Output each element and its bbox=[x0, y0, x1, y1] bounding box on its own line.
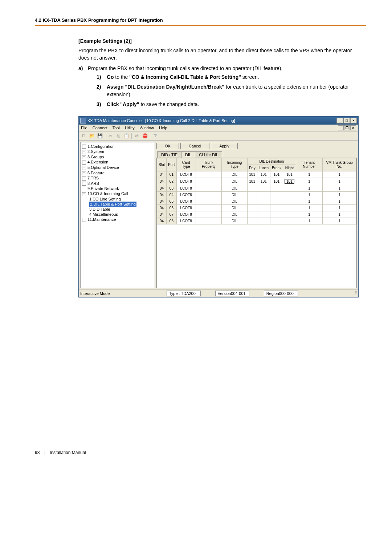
cell-trunk[interactable] bbox=[196, 198, 221, 204]
col-incoming-type[interactable]: Incoming Type bbox=[222, 158, 248, 171]
cell-slot[interactable]: 04 bbox=[157, 171, 167, 178]
child-restore-button[interactable]: ❐ bbox=[344, 125, 350, 130]
tree-item-configuration[interactable]: 1.Configuration bbox=[87, 144, 115, 149]
cell-tenant[interactable]: 1 bbox=[296, 218, 322, 224]
cell-break[interactable] bbox=[270, 218, 283, 224]
cell-card[interactable]: LCOT8 bbox=[176, 218, 196, 224]
cell-night-editing[interactable]: 101 bbox=[285, 179, 294, 184]
cell-vm[interactable]: 1 bbox=[323, 211, 356, 218]
toolbar-paste-icon[interactable]: 📋 bbox=[123, 133, 130, 139]
cell-day[interactable] bbox=[247, 218, 257, 224]
cancel-button[interactable]: Cancel bbox=[180, 143, 209, 149]
cell-tenant[interactable]: 1 bbox=[296, 171, 322, 178]
cell-night[interactable] bbox=[283, 211, 296, 218]
cell-day[interactable]: 101 bbox=[247, 178, 257, 185]
cell-incoming[interactable]: DIL bbox=[222, 218, 248, 224]
cell-vm[interactable]: 1 bbox=[323, 185, 356, 191]
window-close-button[interactable]: × bbox=[350, 118, 357, 123]
tree-item-did-table[interactable]: 3.DID Table bbox=[89, 207, 110, 211]
cell-lunch[interactable] bbox=[257, 185, 270, 191]
cell-trunk[interactable] bbox=[196, 204, 221, 211]
col-day[interactable]: Day bbox=[247, 165, 257, 171]
cell-vm[interactable]: 1 bbox=[323, 204, 356, 211]
tree-item-private-network[interactable]: 9.Private Network bbox=[87, 186, 119, 191]
cell-vm[interactable]: 1 bbox=[323, 178, 356, 185]
toolbar-help-icon[interactable]: ? bbox=[152, 133, 159, 139]
tab-did-tie[interactable]: DID / TIE bbox=[157, 151, 181, 158]
tree-item-system[interactable]: 2.System bbox=[87, 149, 104, 154]
window-maximize-button[interactable]: □ bbox=[343, 118, 350, 123]
cell-incoming[interactable]: DIL bbox=[222, 185, 248, 191]
toolbar-open-icon[interactable]: 📂 bbox=[88, 133, 95, 139]
cell-slot[interactable]: 04 bbox=[157, 218, 167, 224]
col-slot[interactable]: Slot bbox=[157, 158, 167, 171]
tree-expand-icon[interactable]: + bbox=[82, 155, 86, 159]
toolbar-save-icon[interactable]: 💾 bbox=[96, 133, 103, 139]
cell-break[interactable] bbox=[270, 198, 283, 204]
col-lunch[interactable]: Lunch bbox=[257, 165, 270, 171]
cell-port[interactable]: 07 bbox=[167, 211, 176, 218]
cell-day[interactable] bbox=[247, 211, 257, 218]
table-row[interactable]: 0405LCOT8DIL11 bbox=[157, 198, 356, 204]
table-row[interactable]: 0401LCOT8DIL10110110110111 bbox=[157, 171, 356, 178]
tree-collapse-icon[interactable]: − bbox=[82, 192, 86, 196]
cell-port[interactable]: 03 bbox=[167, 185, 176, 191]
tree-item-extension[interactable]: 4.Extension bbox=[87, 160, 108, 164]
cell-vm[interactable]: 1 bbox=[323, 198, 356, 204]
ok-button[interactable]: OK bbox=[156, 143, 179, 149]
cell-slot[interactable]: 04 bbox=[157, 191, 167, 198]
cell-night[interactable] bbox=[283, 198, 296, 204]
menu-window[interactable]: Window bbox=[140, 126, 154, 130]
menu-file[interactable]: File bbox=[81, 126, 87, 130]
cell-tenant[interactable]: 1 bbox=[296, 211, 322, 218]
cell-port[interactable]: 02 bbox=[167, 178, 176, 185]
tree-expand-icon[interactable]: + bbox=[82, 161, 86, 165]
cell-slot[interactable]: 04 bbox=[157, 204, 167, 211]
cell-night[interactable] bbox=[283, 185, 296, 191]
cell-slot[interactable]: 04 bbox=[157, 178, 167, 185]
tree-item-ars[interactable]: 8.ARS bbox=[87, 181, 99, 186]
cell-lunch[interactable] bbox=[257, 211, 270, 218]
table-row[interactable]: 0402LCOT8DIL10110110110111 bbox=[157, 178, 356, 185]
cell-card[interactable]: LCOT8 bbox=[176, 178, 196, 185]
child-minimize-button[interactable]: _ bbox=[338, 125, 344, 130]
cell-card[interactable]: LCOT8 bbox=[176, 185, 196, 191]
cell-port[interactable]: 01 bbox=[167, 171, 176, 178]
tree-expand-icon[interactable]: + bbox=[82, 150, 86, 154]
cell-card[interactable]: LCOT8 bbox=[176, 211, 196, 218]
cell-incoming[interactable]: DIL bbox=[222, 178, 248, 185]
toolbar-new-icon[interactable]: 🗋 bbox=[80, 133, 87, 139]
cell-port[interactable]: 04 bbox=[167, 191, 176, 198]
toolbar-disconnect-icon[interactable]: ⛔ bbox=[141, 133, 148, 139]
cell-vm[interactable]: 1 bbox=[323, 218, 356, 224]
nav-tree[interactable]: +1.Configuration +2.System +3.Groups +4.… bbox=[80, 142, 155, 288]
col-vm-trunk-group[interactable]: VM Trunk Group No. bbox=[323, 158, 356, 171]
cell-incoming[interactable]: DIL bbox=[222, 198, 248, 204]
cell-break[interactable] bbox=[270, 185, 283, 191]
cell-incoming[interactable]: DIL bbox=[222, 204, 248, 211]
table-row[interactable]: 0406LCOT8DIL11 bbox=[157, 204, 356, 211]
data-grid[interactable]: Slot Port Card Type Trunk Property Incom… bbox=[156, 158, 357, 288]
cell-tenant[interactable]: 1 bbox=[296, 185, 322, 191]
tree-item-optional-device[interactable]: 5.Optional Device bbox=[87, 165, 119, 170]
cell-vm[interactable]: 1 bbox=[323, 191, 356, 198]
cell-card[interactable]: LCOT8 bbox=[176, 198, 196, 204]
cell-trunk[interactable] bbox=[196, 178, 221, 185]
tree-item-feature[interactable]: 6.Feature bbox=[87, 171, 105, 175]
cell-trunk[interactable] bbox=[196, 218, 221, 224]
cell-incoming[interactable]: DIL bbox=[222, 211, 248, 218]
cell-slot[interactable]: 04 bbox=[157, 185, 167, 191]
tab-dil[interactable]: DIL bbox=[181, 151, 195, 158]
cell-tenant[interactable]: 1 bbox=[296, 204, 322, 211]
tree-item-dil-table-selected[interactable]: 2.DIL Table & Port Setting bbox=[89, 202, 136, 207]
cell-lunch[interactable]: 101 bbox=[257, 171, 270, 178]
cell-break[interactable]: 101 bbox=[270, 178, 283, 185]
cell-trunk[interactable] bbox=[196, 185, 221, 191]
cell-lunch[interactable] bbox=[257, 204, 270, 211]
tree-item-groups[interactable]: 3.Groups bbox=[87, 155, 104, 159]
cell-lunch[interactable] bbox=[257, 218, 270, 224]
cell-night[interactable] bbox=[283, 218, 296, 224]
cell-day[interactable] bbox=[247, 204, 257, 211]
tree-expand-icon[interactable]: + bbox=[82, 171, 86, 175]
tree-expand-icon[interactable]: + bbox=[82, 218, 86, 222]
